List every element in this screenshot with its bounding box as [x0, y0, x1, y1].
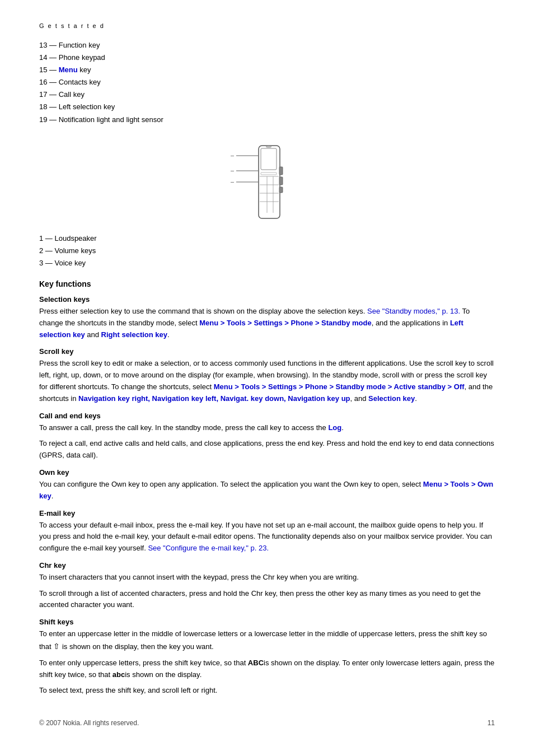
- log-link[interactable]: Log: [328, 423, 341, 432]
- shift-keys-title: Shift keys: [39, 618, 495, 626]
- shift-keys-para3: To select text, press the shift key, and…: [39, 685, 495, 697]
- list-item-17: 17 — Call key: [39, 88, 495, 101]
- list-item-1: 1 — Loudspeaker: [39, 232, 495, 245]
- call-end-para2: To reject a call, end active calls and h…: [39, 438, 495, 461]
- shift-keys-para1: To enter an uppercase letter in the midd…: [39, 628, 495, 653]
- email-key-para1: To access your default e-mail inbox, pre…: [39, 520, 495, 554]
- email-key-title: E-mail key: [39, 509, 495, 517]
- numbered-list-13-19: 13 — Function key 14 — Phone keypad 15 —…: [39, 39, 495, 126]
- right-selection-key-link[interactable]: Right selection key: [101, 330, 167, 339]
- standby-modes-link[interactable]: See "Standby modes," p. 13.: [367, 307, 460, 315]
- page-header: G e t s t a r t e d: [39, 22, 495, 29]
- call-end-para1: To answer a call, press the call key. In…: [39, 422, 495, 434]
- scroll-menu-path: Menu > Tools > Settings > Phone > Standb…: [214, 382, 465, 391]
- list-item-13: 13 — Function key: [39, 39, 495, 52]
- scroll-key-para1: Press the scroll key to edit or make a s…: [39, 358, 495, 404]
- menu-path-1: Menu > Tools > Settings > Phone > Standb…: [199, 319, 371, 327]
- list-item-3: 3 — Voice key: [39, 257, 495, 269]
- chr-key-para2: To scroll through a list of accented cha…: [39, 588, 495, 612]
- list-item-15: 15 — Menu key: [39, 64, 495, 76]
- svg-point-18: [266, 146, 271, 147]
- svg-text:1—: 1—: [231, 153, 234, 158]
- list-item-16: 16 — Contacts key: [39, 76, 495, 88]
- selection-keys-title: Selection keys: [39, 295, 495, 304]
- copyright: © 2007 Nokia. All rights reserved.: [39, 719, 139, 727]
- phone-side-svg: 1— 2— 3—: [231, 137, 303, 221]
- nav-keys-link[interactable]: Navigation key right, Navigation key lef…: [78, 394, 350, 403]
- key-functions-title: Key functions: [39, 279, 495, 288]
- call-end-keys-title: Call and end keys: [39, 412, 495, 420]
- svg-rect-17: [261, 172, 277, 175]
- selection-key-link[interactable]: Selection key: [368, 394, 415, 403]
- list-item-2: 2 — Volume keys: [39, 245, 495, 257]
- list-item-19: 19 — Notification light and light sensor: [39, 114, 495, 126]
- chr-key-title: Chr key: [39, 561, 495, 570]
- scroll-key-title: Scroll key: [39, 347, 495, 356]
- own-key-title: Own key: [39, 468, 495, 477]
- configure-email-link[interactable]: See "Configure the e-mail key," p. 23.: [148, 544, 269, 552]
- svg-rect-15: [279, 177, 283, 185]
- key-functions-section: Key functions Selection keys Press eithe…: [39, 279, 495, 697]
- list-item-18: 18 — Left selection key: [39, 101, 495, 113]
- chr-key-para1: To insert characters that you cannot ins…: [39, 572, 495, 584]
- svg-rect-14: [279, 167, 283, 175]
- abc-upper: ABC: [248, 659, 264, 667]
- svg-rect-16: [279, 187, 283, 193]
- abc-lower: abc: [113, 670, 125, 679]
- selection-keys-para1: Press either selection key to use the co…: [39, 306, 495, 340]
- menu-link[interactable]: Menu: [59, 66, 78, 74]
- list-item-14: 14 — Phone keypad: [39, 52, 495, 64]
- shift-keys-para2: To enter only uppercase letters, press t…: [39, 657, 495, 681]
- page-footer: © 2007 Nokia. All rights reserved. 11: [39, 719, 495, 727]
- phone-side-image-section: 1— 2— 3—: [39, 137, 495, 221]
- svg-text:3—: 3—: [231, 179, 234, 185]
- numbered-list-1-3: 1 — Loudspeaker 2 — Volume keys 3 — Voic…: [39, 232, 495, 269]
- svg-text:2—: 2—: [231, 168, 234, 174]
- own-key-para1: You can configure the Own key to open an…: [39, 479, 495, 502]
- svg-rect-1: [261, 148, 277, 170]
- page-number: 11: [488, 719, 495, 727]
